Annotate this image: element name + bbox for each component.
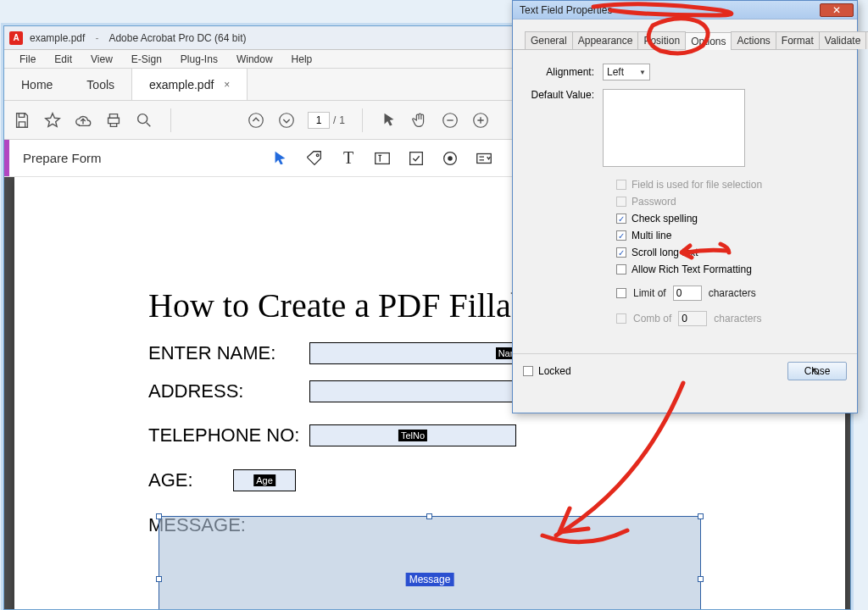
app-name: Adobe Acrobat Pro DC (64 bit)	[108, 32, 246, 44]
tab-tools[interactable]: Tools	[70, 69, 131, 100]
menu-help[interactable]: Help	[283, 52, 321, 67]
limit-of-row[interactable]: Limit of characters	[616, 286, 840, 301]
checkbox-icon	[616, 197, 626, 207]
tab-validate[interactable]: Validate	[819, 31, 866, 49]
dialog-footer: Locked Close ↖	[513, 353, 857, 387]
check-locked[interactable]: Locked	[523, 365, 571, 377]
radio-tool-icon[interactable]	[440, 148, 460, 169]
tab-options[interactable]: Options	[685, 32, 732, 50]
label-address: ADDRESS:	[148, 380, 309, 402]
menu-window[interactable]: Window	[228, 52, 281, 67]
check-multiline[interactable]: ✓ Multi line	[616, 230, 840, 241]
menu-file[interactable]: File	[11, 52, 44, 67]
resize-handle[interactable]	[698, 576, 704, 582]
checkbox-icon: ✓	[616, 230, 626, 241]
title-separator: -	[92, 32, 102, 44]
checkbox-icon[interactable]	[616, 288, 626, 298]
tab-active-document[interactable]: example.pdf ×	[131, 69, 248, 100]
zoom-out-icon[interactable]	[441, 111, 459, 130]
dialog-titlebar[interactable]: Text Field Properties ✕	[513, 1, 857, 19]
dialog-tabs: General Appearance Position Options Acti…	[513, 19, 857, 50]
page-up-icon[interactable]	[247, 111, 265, 130]
check-spelling[interactable]: ✓ Check spelling	[616, 213, 840, 225]
checkbox-tool-icon[interactable]	[406, 148, 426, 169]
tab-general[interactable]: General	[525, 31, 573, 49]
dropdown-tool-icon[interactable]	[474, 148, 494, 169]
tab-appearance[interactable]: Appearance	[572, 31, 639, 49]
default-value-textarea[interactable]	[603, 89, 745, 167]
page-heading: How to Create a PDF Fillable	[148, 286, 553, 325]
svg-point-9	[448, 156, 453, 161]
form-row-address: ADDRESS:	[148, 380, 528, 402]
check-scroll-long-text[interactable]: ✓ Scroll long text	[616, 247, 840, 258]
resize-handle[interactable]	[426, 513, 432, 519]
text-field-tool-icon[interactable]: T	[338, 148, 359, 169]
limit-of-input[interactable]	[673, 286, 702, 301]
resize-handle[interactable]	[156, 513, 162, 519]
field-name[interactable]: Name	[309, 342, 528, 364]
toolbar-separator	[362, 108, 363, 132]
alignment-select[interactable]: Left ▼	[603, 64, 650, 80]
prepare-form-label: Prepare Form	[9, 140, 102, 176]
svg-point-1	[249, 113, 264, 127]
close-button[interactable]: Close	[787, 362, 847, 380]
menu-edit[interactable]: Edit	[46, 52, 81, 67]
default-value-label: Default Value:	[530, 89, 603, 101]
select-tool-icon[interactable]	[380, 111, 398, 130]
select-field-tool-icon[interactable]	[270, 148, 291, 169]
tab-position[interactable]: Position	[637, 31, 686, 49]
form-row-telephone: TELEPHONE NO: TelNo	[148, 424, 516, 446]
checkbox-icon	[616, 180, 626, 190]
page-indicator: / 1	[308, 112, 345, 129]
textarea-tool-icon[interactable]	[372, 148, 392, 169]
resize-handle[interactable]	[156, 576, 162, 582]
comb-of-input	[678, 311, 707, 326]
zoom-in-icon[interactable]	[471, 111, 490, 130]
svg-rect-6	[376, 152, 390, 164]
label-telephone: TELEPHONE NO:	[148, 424, 309, 446]
field-age[interactable]: Age	[233, 469, 296, 491]
resize-handle[interactable]	[698, 513, 704, 519]
alignment-label: Alignment:	[530, 66, 603, 78]
field-message-selected[interactable]: Message	[159, 516, 701, 609]
menu-view[interactable]: View	[82, 52, 121, 67]
check-file-selection: Field is used for file selection	[616, 179, 840, 191]
field-message-tag: Message	[406, 573, 454, 586]
label-age: AGE:	[148, 469, 233, 491]
close-tab-icon[interactable]: ×	[224, 79, 230, 91]
dialog-close-icon[interactable]: ✕	[820, 3, 854, 17]
save-icon[interactable]	[13, 111, 31, 130]
alignment-value: Left	[607, 66, 624, 78]
tab-format[interactable]: Format	[776, 31, 820, 49]
print-icon[interactable]	[104, 111, 123, 130]
page-down-icon[interactable]	[277, 111, 296, 130]
text-field-properties-dialog[interactable]: Text Field Properties ✕ General Appearan…	[512, 0, 858, 413]
svg-point-5	[316, 153, 319, 156]
field-address[interactable]	[309, 380, 528, 402]
svg-rect-7	[410, 152, 423, 164]
tab-home[interactable]: Home	[4, 69, 70, 100]
tab-actions[interactable]: Actions	[731, 31, 776, 49]
checkbox-icon: ✓	[616, 214, 626, 224]
menu-plugins[interactable]: Plug-Ins	[172, 52, 226, 67]
checkbox-icon	[616, 264, 626, 274]
field-telephone-tag: TelNo	[398, 430, 427, 441]
field-telephone[interactable]: TelNo	[309, 424, 516, 446]
toolbar-separator	[170, 108, 171, 132]
star-icon[interactable]	[43, 111, 62, 130]
checkbox-icon	[523, 366, 533, 376]
comb-of-row: Comb of characters	[616, 311, 840, 326]
page-total: 1	[339, 114, 345, 126]
svg-point-2	[280, 113, 294, 127]
pdf-icon: A	[9, 31, 23, 45]
menu-esign[interactable]: E-Sign	[123, 52, 170, 67]
check-rich-text[interactable]: Allow Rich Text Formatting	[616, 263, 840, 275]
page-current-input[interactable]	[308, 112, 330, 129]
tag-tool-icon[interactable]	[304, 148, 325, 169]
cloud-upload-icon[interactable]	[74, 111, 92, 130]
checkbox-icon: ✓	[616, 247, 626, 258]
search-icon[interactable]	[135, 111, 153, 130]
document-filename: example.pdf	[30, 32, 85, 44]
form-row-name: ENTER NAME: Name	[148, 342, 528, 364]
hand-tool-icon[interactable]	[410, 111, 429, 130]
